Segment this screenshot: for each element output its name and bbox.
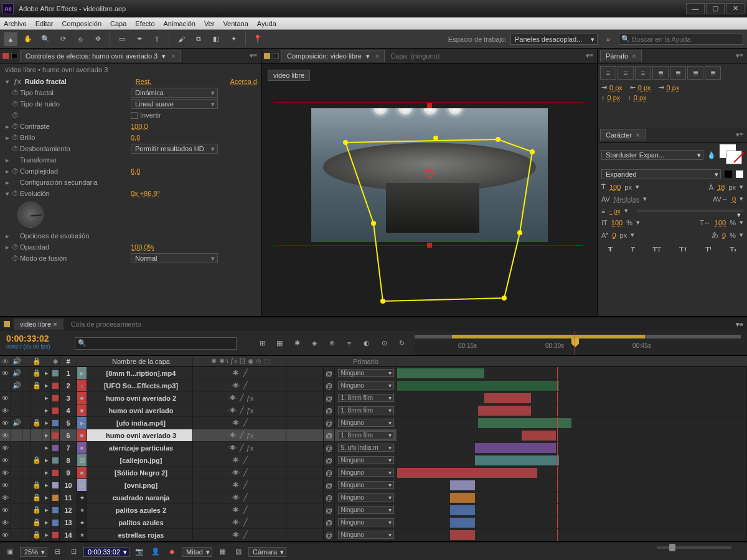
- layer-name[interactable]: humo ovni averiado 3: [87, 429, 193, 441]
- audio-toggle[interactable]: [11, 479, 22, 491]
- layer-track[interactable]: [397, 529, 747, 541]
- dropdown-icon[interactable]: ▾: [636, 218, 640, 226]
- layer-track[interactable]: [397, 504, 747, 516]
- justify-all-icon[interactable]: ≣: [705, 66, 721, 80]
- eye-toggle[interactable]: 👁: [0, 467, 11, 478]
- stopwatch-icon[interactable]: ⏱: [11, 190, 19, 197]
- selection-tool-icon[interactable]: ▲: [4, 32, 17, 46]
- solo-toggle[interactable]: [22, 516, 31, 528]
- layer-track[interactable]: [397, 417, 747, 429]
- twirl-icon[interactable]: ▸: [4, 156, 11, 164]
- reset-link[interactable]: Rest.: [136, 78, 152, 85]
- layer-row[interactable]: 👁🔒▸11★cuadrado naranja·✱· ╱ @Ninguno: [0, 492, 747, 504]
- layer-row[interactable]: 👁🔒▸10🖼[ovni.png]·✱· ╱ @Ninguno: [0, 479, 747, 492]
- speaker-column-icon[interactable]: 🔊: [11, 357, 22, 365]
- resolution-dropdown[interactable]: Mitad: [182, 547, 212, 557]
- stroke-type-dropdown[interactable]: [637, 210, 743, 212]
- layer-name[interactable]: [UFO So...Effects.mp3]: [87, 380, 193, 391]
- pickwhip-icon[interactable]: @: [324, 367, 335, 379]
- zoom-tool-icon[interactable]: 🔍: [39, 32, 52, 46]
- pickwhip-icon[interactable]: @: [324, 429, 335, 441]
- baseline-value[interactable]: 0: [612, 231, 616, 239]
- pen-tool-icon[interactable]: ✒: [133, 32, 146, 46]
- twirl-icon[interactable]: ▸: [4, 123, 11, 131]
- font-style-dropdown[interactable]: Expanded: [601, 169, 721, 179]
- brainstorm-icon[interactable]: ≡: [342, 337, 356, 350]
- layer-row[interactable]: 🔊🔒▸2♪[UFO So...Effects.mp3]·✱· ╱ @Ningun…: [0, 380, 747, 392]
- solo-toggle[interactable]: [22, 479, 31, 491]
- align-right-icon[interactable]: ≡: [635, 66, 651, 80]
- menu-capa[interactable]: Capa: [110, 20, 126, 27]
- layer-row[interactable]: 👁🔒▸8🖼[callejon.jpg]·✱· ╱ @Ninguno: [0, 454, 747, 467]
- draft3d-icon[interactable]: ▦: [273, 337, 286, 350]
- parent-column-header[interactable]: Primario: [335, 358, 397, 365]
- layer-track[interactable]: [397, 404, 747, 416]
- audio-toggle[interactable]: [11, 467, 22, 478]
- twirl-icon[interactable]: ▸: [4, 179, 11, 187]
- pickwhip-icon[interactable]: @: [324, 417, 335, 429]
- layer-row[interactable]: 👁🔒▸12★palitos azules 2·✱· ╱ @Ninguno: [0, 504, 747, 516]
- comp-mini-flowchart-icon[interactable]: ⊞: [255, 337, 269, 350]
- parent-dropdown[interactable]: 1. 8mm film: [335, 429, 397, 441]
- indent-value[interactable]: 0 px: [609, 84, 622, 91]
- menu-ayuda[interactable]: Ayuda: [257, 20, 276, 27]
- font-family-dropdown[interactable]: Starduster Expan...: [601, 150, 703, 160]
- indent-value[interactable]: 0 px: [608, 94, 621, 101]
- layer-switches[interactable]: ·✱· ╱ ƒx: [193, 392, 286, 404]
- twirl-icon[interactable]: ▸: [42, 492, 51, 503]
- pickwhip-icon[interactable]: @: [324, 442, 335, 454]
- eye-toggle[interactable]: 👁: [0, 492, 11, 503]
- rotobrush-tool-icon[interactable]: ✦: [227, 32, 240, 46]
- dropdown-icon[interactable]: ▾: [162, 52, 166, 60]
- audio-toggle[interactable]: [11, 442, 22, 454]
- stopwatch-icon[interactable]: ⏱: [11, 100, 19, 108]
- twirl-icon[interactable]: ▾: [4, 78, 11, 86]
- pickwhip-icon[interactable]: @: [324, 479, 335, 491]
- eye-toggle[interactable]: 👁: [0, 404, 11, 416]
- current-time[interactable]: 0:00:33:02: [6, 334, 68, 343]
- mask-toggle-icon[interactable]: ▨: [232, 546, 245, 558]
- eraser-tool-icon[interactable]: ◧: [209, 32, 223, 46]
- show-snapshot-icon[interactable]: 👤: [149, 546, 162, 558]
- label-color[interactable]: [51, 380, 60, 391]
- italic-button[interactable]: T: [631, 245, 634, 253]
- property-value[interactable]: 0,0: [131, 134, 140, 141]
- close-button[interactable]: ✕: [726, 3, 745, 14]
- solo-toggle[interactable]: [22, 504, 31, 516]
- twirl-icon[interactable]: ▸: [42, 404, 51, 416]
- timeline-timecode[interactable]: 0:00:33:02 00827 (25.00 fps): [0, 331, 75, 355]
- tab-paragraph[interactable]: Párrafo×: [600, 50, 642, 62]
- menu-ver[interactable]: Ver: [204, 20, 215, 27]
- label-color[interactable]: [51, 442, 60, 454]
- lock-toggle[interactable]: 🔒: [31, 516, 42, 528]
- parent-dropdown[interactable]: Ninguno: [335, 367, 397, 379]
- workspace-selector[interactable]: Paneles desacoplad...: [510, 34, 598, 45]
- always-preview-icon[interactable]: ▣: [4, 546, 16, 558]
- property-value[interactable]: 100,0%: [131, 243, 154, 251]
- graph-editor-icon[interactable]: ◐: [360, 337, 374, 350]
- playhead-icon[interactable]: [571, 338, 579, 347]
- justify-center-icon[interactable]: ≣: [670, 66, 686, 80]
- layer-name[interactable]: humo ovni averiado: [87, 404, 193, 416]
- parent-dropdown[interactable]: Ninguno: [335, 380, 397, 391]
- fx-badge-icon[interactable]: ƒx: [14, 78, 21, 85]
- font-size-value[interactable]: 100: [609, 184, 621, 191]
- twirl-icon[interactable]: ▸: [42, 504, 51, 516]
- maximize-button[interactable]: ▢: [706, 3, 725, 14]
- lock-toggle[interactable]: 🔒: [31, 479, 42, 491]
- audio-toggle[interactable]: [11, 392, 22, 404]
- menu-composición[interactable]: Composición: [62, 20, 101, 27]
- eye-toggle[interactable]: 👁: [0, 504, 11, 516]
- layer-row[interactable]: 👁▸3■humo ovni averiado 2·✱· ╱ ƒx@1. 8mm …: [0, 392, 747, 404]
- eye-toggle[interactable]: 👁: [0, 429, 11, 441]
- solo-toggle[interactable]: [22, 492, 31, 503]
- stopwatch-icon[interactable]: ⏱: [11, 111, 19, 119]
- layer-track[interactable]: [397, 392, 747, 404]
- layer-name[interactable]: cuadrado naranja: [87, 492, 193, 503]
- stroke-width-value[interactable]: - px: [609, 207, 620, 215]
- white-swatch-icon[interactable]: [736, 170, 743, 178]
- eye-toggle[interactable]: 👁: [0, 442, 11, 454]
- parent-dropdown[interactable]: Ninguno: [335, 479, 397, 491]
- layer-track[interactable]: [397, 454, 747, 466]
- audio-toggle[interactable]: [11, 529, 22, 541]
